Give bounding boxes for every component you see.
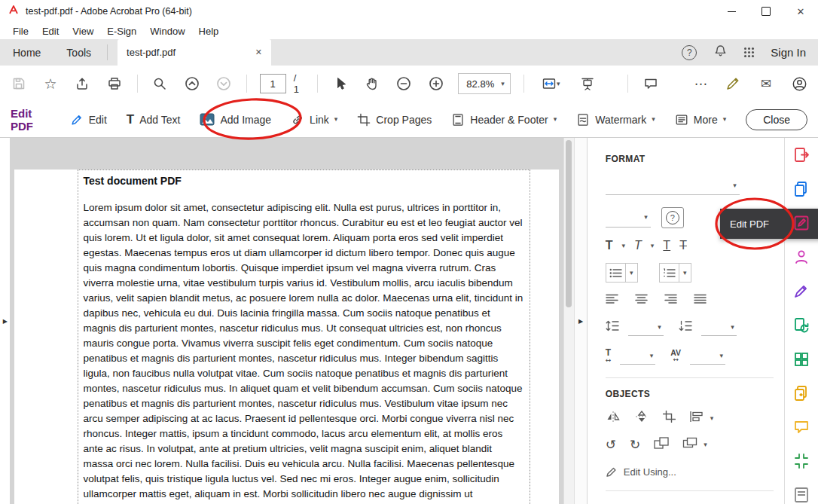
menu-file[interactable]: File (6, 26, 35, 37)
menu-edit[interactable]: Edit (35, 26, 66, 37)
line-spacing-icon (606, 320, 619, 334)
app-grid-icon[interactable] (744, 47, 754, 57)
export-pdf-icon[interactable] (792, 145, 811, 164)
zoom-level-select[interactable]: 82.8% ▾ (458, 73, 510, 94)
maximize-button[interactable] (749, 0, 783, 23)
panel-divider (606, 377, 774, 378)
font-size-select[interactable]: ▾ (606, 209, 651, 228)
bold-button[interactable]: T (606, 240, 613, 252)
more-tools-button[interactable]: ⋯ (691, 74, 710, 93)
prepare-form-icon[interactable] (792, 486, 811, 504)
flip-vertical-button[interactable] (634, 411, 649, 426)
tab-document[interactable]: test-pdf.pdf ✕ (118, 39, 271, 66)
menu-view[interactable]: View (66, 26, 100, 37)
more-button[interactable]: More ▾ (675, 113, 726, 127)
objects-section-title: OBJECTS (606, 389, 774, 399)
align-right-button[interactable] (664, 294, 677, 307)
fill-and-sign-icon[interactable] (792, 282, 811, 301)
align-center-button[interactable] (635, 294, 648, 307)
organize-pages-icon[interactable] (792, 350, 811, 368)
create-pdf-icon[interactable] (792, 179, 811, 198)
ellipsis-icon: ⋯ (694, 76, 707, 91)
print-button[interactable] (105, 74, 124, 93)
notifications-bell-icon[interactable] (713, 44, 728, 61)
presentation-mode-button[interactable] (578, 74, 597, 93)
rotate-counterclockwise-button[interactable]: ↺ (606, 438, 616, 451)
crop-object-button[interactable] (663, 411, 676, 426)
menu-esign[interactable]: E-Sign (100, 26, 143, 37)
previous-page-button[interactable] (182, 74, 201, 93)
underline-button[interactable]: T (663, 240, 670, 252)
arrange-objects-button[interactable] (682, 437, 697, 452)
close-window-button[interactable]: ✕ (783, 0, 818, 23)
bulleted-list-button[interactable]: ▾ (606, 263, 638, 283)
compress-pdf-icon[interactable] (792, 452, 811, 471)
align-left-button[interactable] (606, 294, 618, 307)
pdf-page[interactable]: Test document PDF Lorem ipsum dolor sit … (14, 170, 558, 504)
menu-window[interactable]: Window (143, 26, 191, 37)
flip-horizontal-button[interactable] (606, 411, 621, 426)
add-image-button[interactable]: Add Image (200, 113, 271, 126)
next-page-button[interactable] (214, 74, 233, 93)
font-family-select[interactable]: ▾ (606, 176, 740, 195)
help-icon[interactable]: ? (682, 45, 697, 60)
list-row: ▾ ▾ (606, 263, 774, 283)
tab-home[interactable]: Home (0, 39, 53, 66)
account-avatar-button[interactable] (789, 74, 809, 93)
hand-tool-button[interactable] (362, 74, 381, 93)
tab-close-icon[interactable]: ✕ (255, 47, 262, 57)
edit-pdf-icon[interactable] (792, 213, 811, 232)
close-icon: ✕ (797, 6, 805, 17)
line-spacing-select[interactable]: ▾ (628, 319, 664, 336)
header-footer-button[interactable]: Header & Footer ▾ (451, 113, 557, 127)
share-button[interactable] (73, 74, 92, 93)
star-favorite-button[interactable]: ☆ (41, 74, 60, 93)
right-panel-expander[interactable]: ▶ (575, 138, 586, 504)
numbered-list-button[interactable]: ▾ (659, 263, 691, 283)
send-email-button[interactable]: ✉ (756, 74, 776, 93)
italic-button[interactable]: T (634, 240, 642, 252)
edit-using-button[interactable]: Edit Using... (606, 466, 774, 478)
tab-tools[interactable]: Tools (53, 39, 104, 66)
crop-pages-button[interactable]: Crop Pages (357, 113, 432, 127)
replace-image-button[interactable] (654, 437, 669, 452)
page-display-button[interactable]: ▾ (537, 74, 565, 93)
character-spacing-select[interactable]: ▾ (690, 347, 725, 365)
chevron-down-icon: ▾ (557, 81, 560, 87)
editable-text-block[interactable]: Test document PDF Lorem ipsum dolor sit … (78, 170, 530, 504)
zoom-out-button[interactable] (395, 74, 414, 93)
format-help-button[interactable]: ? (661, 207, 684, 228)
minimize-button[interactable] (714, 0, 749, 23)
vertical-scrollbar[interactable] (563, 138, 575, 504)
comment-button[interactable] (641, 74, 660, 93)
paragraph-spacing-select[interactable]: ▾ (701, 319, 737, 336)
scan-ocr-icon[interactable] (792, 316, 811, 334)
request-esignatures-icon[interactable] (792, 248, 811, 267)
edit-tool-button[interactable]: Edit (70, 113, 107, 127)
align-objects-button[interactable] (689, 411, 704, 426)
chevron-down-icon: ▾ (554, 116, 557, 123)
fill-sign-pen-button[interactable] (723, 74, 743, 93)
close-edit-pdf-button[interactable]: Close (746, 109, 807, 130)
add-text-button[interactable]: T Add Text (127, 113, 181, 126)
combine-files-icon[interactable] (792, 383, 811, 402)
menu-help[interactable]: Help (192, 26, 226, 37)
comment-tool-icon[interactable] (792, 418, 811, 437)
watermark-button[interactable]: Watermark ▾ (576, 113, 655, 127)
document-area[interactable]: Test document PDF Lorem ipsum dolor sit … (10, 138, 563, 504)
page-number-input[interactable]: 1 (260, 74, 286, 93)
horizontal-scale-select[interactable]: ▾ (620, 347, 655, 365)
sign-in-button[interactable]: Sign In (771, 46, 806, 59)
rotate-clockwise-button[interactable]: ↻ (630, 438, 640, 451)
numbered-list-icon (660, 268, 679, 278)
chevron-down-icon: ▾ (731, 324, 734, 331)
save-button[interactable] (9, 74, 28, 93)
strikethrough-button[interactable]: T (679, 240, 687, 252)
scrollbar-thumb[interactable] (566, 140, 572, 307)
left-panel-expander[interactable]: ▶ (0, 138, 10, 504)
select-tool-button[interactable] (331, 74, 349, 93)
align-justify-button[interactable] (694, 294, 707, 307)
search-button[interactable] (150, 74, 169, 93)
zoom-in-button[interactable] (426, 74, 445, 93)
link-button[interactable]: Link ▾ (291, 113, 337, 127)
